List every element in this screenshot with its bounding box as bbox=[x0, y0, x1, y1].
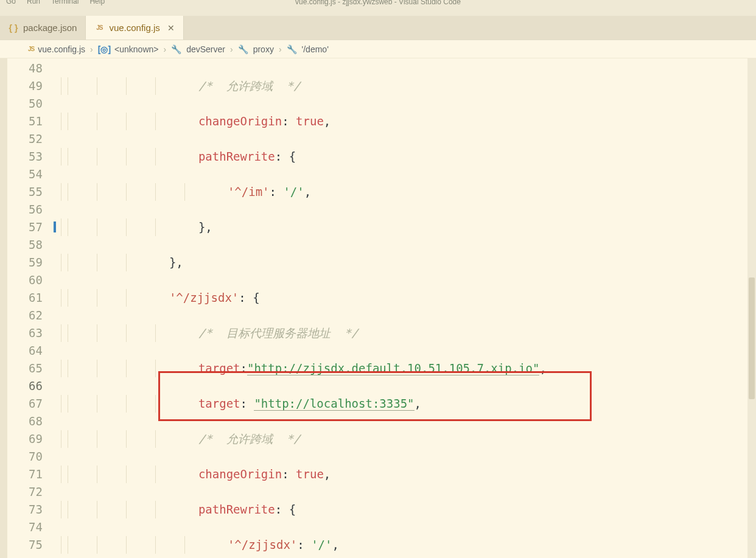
line-number[interactable]: 71 bbox=[7, 466, 57, 483]
tab-label: package.json bbox=[23, 23, 77, 33]
code-area[interactable]: /* 允许跨域 */ changeOrigin: true, pathRewri… bbox=[57, 58, 756, 558]
line-number[interactable]: 75 bbox=[7, 536, 57, 554]
line-number[interactable]: 48 bbox=[7, 60, 57, 77]
line-number[interactable]: 59 bbox=[7, 254, 57, 271]
code-line[interactable]: changeOrigin: true, bbox=[57, 466, 756, 483]
scrollbar-thumb[interactable] bbox=[749, 277, 755, 399]
line-number[interactable]: 53 bbox=[7, 148, 57, 166]
breadcrumb[interactable]: JS vue.config.js › [◎] <unknown> › 🔧 dev… bbox=[0, 40, 756, 58]
tab-bar: { } package.json JS vue.config.js ✕ bbox=[0, 16, 756, 40]
editor[interactable]: 48 49 50 51 52 53 54 55 56 57 58 59 60 6… bbox=[0, 58, 756, 558]
crumb-proxy[interactable]: proxy bbox=[253, 44, 274, 54]
crumb-file[interactable]: vue.config.js bbox=[38, 44, 85, 54]
code-line[interactable]: }, bbox=[57, 254, 756, 271]
code-line[interactable]: }, bbox=[57, 218, 756, 236]
chevron-right-icon: › bbox=[279, 44, 282, 54]
line-number[interactable]: 63 bbox=[7, 324, 57, 342]
line-number-gutter[interactable]: 48 49 50 51 52 53 54 55 56 57 58 59 60 6… bbox=[7, 58, 57, 558]
folding-strip[interactable] bbox=[0, 58, 7, 558]
crumb-devserver[interactable]: devServer bbox=[186, 44, 225, 54]
line-number[interactable]: 57 bbox=[7, 218, 57, 236]
code-line[interactable]: '^/zjjsdx': '/', bbox=[57, 536, 756, 554]
code-line[interactable]: '^/zjjsdx': { bbox=[57, 289, 756, 307]
titlebar: Go Run Terminal Help vue.config.js - zjj… bbox=[0, 0, 756, 16]
line-number[interactable]: 62 bbox=[7, 307, 57, 324]
line-number[interactable]: 61 bbox=[7, 289, 57, 307]
wrench-icon: 🔧 bbox=[287, 44, 297, 54]
code-line[interactable]: pathRewrite: { bbox=[57, 501, 756, 518]
code-line[interactable]: pathRewrite: { bbox=[57, 148, 756, 166]
line-number[interactable]: 51 bbox=[7, 113, 57, 130]
line-number[interactable]: 58 bbox=[7, 236, 57, 254]
line-number[interactable]: 66 bbox=[7, 377, 57, 395]
line-number[interactable]: 70 bbox=[7, 448, 57, 466]
code-line[interactable]: /* 允许跨域 */ bbox=[57, 430, 756, 448]
json-icon: { } bbox=[9, 23, 18, 33]
line-number[interactable]: 76 bbox=[7, 554, 57, 558]
code-line[interactable]: target:"http://zjjsdx.default.10.51.105.… bbox=[57, 360, 756, 377]
menu-run[interactable]: Run bbox=[27, 0, 40, 5]
vertical-scrollbar[interactable] bbox=[747, 58, 756, 558]
line-number[interactable]: 67 bbox=[7, 395, 57, 413]
line-number[interactable]: 68 bbox=[7, 413, 57, 430]
line-number[interactable]: 74 bbox=[7, 518, 57, 536]
window-title: vue.config.js - zjjsdx.ywzsweb - Visual … bbox=[295, 0, 461, 6]
chevron-right-icon: › bbox=[163, 44, 166, 54]
chevron-right-icon: › bbox=[230, 44, 233, 54]
menu-go[interactable]: Go bbox=[6, 0, 16, 5]
line-number[interactable]: 50 bbox=[7, 95, 57, 113]
line-number[interactable]: 72 bbox=[7, 483, 57, 501]
menu-help[interactable]: Help bbox=[89, 0, 105, 5]
wrench-icon: 🔧 bbox=[238, 44, 248, 54]
tab-label: vue.config.js bbox=[109, 23, 159, 33]
close-icon[interactable]: ✕ bbox=[167, 23, 175, 33]
code-line[interactable]: '^/im': '/', bbox=[57, 183, 756, 201]
menu-terminal[interactable]: Terminal bbox=[51, 0, 79, 5]
line-number[interactable]: 55 bbox=[7, 183, 57, 201]
line-number[interactable]: 73 bbox=[7, 501, 57, 518]
crumb-unknown[interactable]: <unknown> bbox=[114, 44, 158, 54]
line-number[interactable]: 60 bbox=[7, 271, 57, 289]
line-number[interactable]: 64 bbox=[7, 342, 57, 360]
line-number[interactable]: 49 bbox=[7, 77, 57, 95]
tab-vue-config-js[interactable]: JS vue.config.js ✕ bbox=[86, 16, 183, 40]
wrench-icon: 🔧 bbox=[171, 44, 181, 54]
namespace-icon: [◎] bbox=[98, 44, 111, 54]
main-menu[interactable]: Go Run Terminal Help bbox=[0, 0, 111, 5]
code-line[interactable]: target: "http://localhost:3335", bbox=[57, 395, 756, 413]
line-number[interactable]: 56 bbox=[7, 201, 57, 218]
line-number[interactable]: 65 bbox=[7, 360, 57, 377]
js-icon: JS bbox=[28, 46, 34, 52]
line-number[interactable]: 54 bbox=[7, 166, 57, 183]
chevron-right-icon: › bbox=[90, 44, 93, 54]
tab-package-json[interactable]: { } package.json bbox=[0, 16, 86, 40]
line-number[interactable]: 52 bbox=[7, 130, 57, 148]
js-icon: JS bbox=[94, 23, 104, 33]
crumb-demo[interactable]: '/demo' bbox=[302, 44, 329, 54]
code-line[interactable]: changeOrigin: true, bbox=[57, 113, 756, 130]
line-number[interactable]: 69 bbox=[7, 430, 57, 448]
code-line[interactable]: /* 目标代理服务器地址 */ bbox=[57, 324, 756, 342]
code-line[interactable]: /* 允许跨域 */ bbox=[57, 77, 756, 95]
